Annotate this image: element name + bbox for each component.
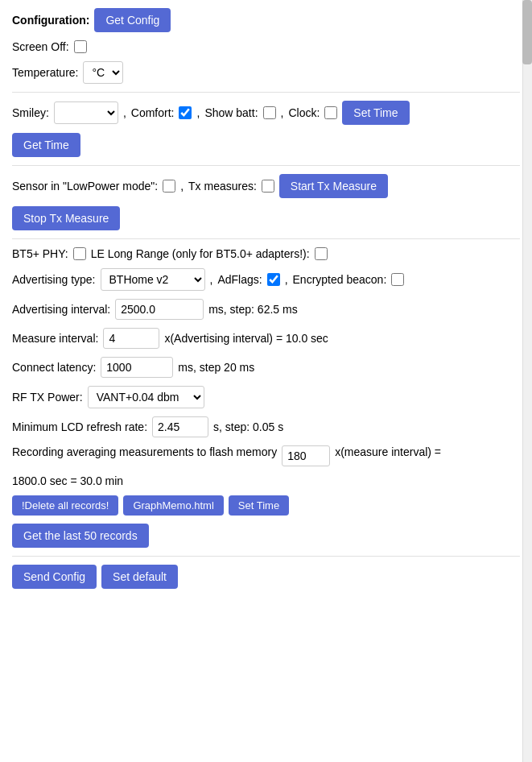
configuration-label: Configuration: xyxy=(12,14,89,27)
tx-measures-label: Tx measures: xyxy=(188,180,257,193)
send-config-button[interactable]: Send Config xyxy=(12,565,97,589)
advertising-type-label: Advertising type: xyxy=(12,273,96,286)
last50-row: Get the last 50 records xyxy=(12,524,520,548)
divider-4 xyxy=(12,556,520,557)
stop-tx-measure-button[interactable]: Stop Tx Measure xyxy=(12,206,120,230)
graph-memo-button[interactable]: GraphMemo.html xyxy=(123,495,223,516)
recording-label: Recording averaging measurements to flas… xyxy=(12,445,277,458)
recording-value-input[interactable] xyxy=(282,445,330,466)
low-power-label: Sensor in "LowPower mode": xyxy=(12,180,158,193)
measure-interval-input[interactable] xyxy=(103,328,159,349)
measure-interval-label: Measure interval: xyxy=(12,332,98,345)
clock-separator: , xyxy=(281,106,284,119)
show-batt-checkbox[interactable] xyxy=(263,106,276,119)
comfort-separator: , xyxy=(123,106,126,119)
rf-tx-power-select[interactable]: VANT+0.04 dbm VANT-3 dbm VANT-6 dbm VANT… xyxy=(88,386,204,408)
temperature-label: Temperature: xyxy=(12,66,78,79)
rf-tx-power-row: RF TX Power: VANT+0.04 dbm VANT-3 dbm VA… xyxy=(12,386,520,408)
advertising-interval-input[interactable]: 2500.0 xyxy=(115,299,204,320)
le-long-range-checkbox[interactable] xyxy=(315,247,328,260)
sensor-row: Sensor in "LowPower mode": , Tx measures… xyxy=(12,174,520,198)
lcd-refresh-input[interactable] xyxy=(152,416,208,437)
divider-2 xyxy=(12,165,520,166)
connect-latency-suffix: ms, step 20 ms xyxy=(178,361,254,374)
configuration-section: Configuration: Get Config xyxy=(12,8,520,32)
recording-result-row: 1800.0 sec = 30.0 min xyxy=(12,474,520,487)
get-config-button[interactable]: Get Config xyxy=(94,8,171,32)
adflags-separator: , xyxy=(210,273,213,286)
clock-checkbox[interactable] xyxy=(324,106,337,119)
scrollbar-thumb[interactable] xyxy=(522,0,532,64)
comfort-checkbox[interactable] xyxy=(179,106,192,119)
clock-label: Clock: xyxy=(288,106,320,119)
show-batt-label: Show batt: xyxy=(204,106,258,119)
measure-interval-row: Measure interval: x(Advertising interval… xyxy=(12,328,520,349)
last50-records-button[interactable]: Get the last 50 records xyxy=(12,524,149,548)
comfort-label: Comfort: xyxy=(131,106,175,119)
advertising-interval-label: Advertising interval: xyxy=(12,303,110,316)
screen-off-label: Screen Off: xyxy=(12,40,69,53)
tx-measures-checkbox[interactable] xyxy=(262,180,274,193)
get-time-button[interactable]: Get Time xyxy=(12,133,80,157)
scrollbar[interactable] xyxy=(522,0,532,762)
adflags-label: AdFlags: xyxy=(217,273,262,286)
show-batt-separator: , xyxy=(196,106,200,119)
smiley-label: Smiley: xyxy=(12,106,49,119)
screen-off-row: Screen Off: xyxy=(12,40,520,53)
set-time-button[interactable]: Set Time xyxy=(342,101,409,125)
recording-suffix: x(measure interval) = xyxy=(335,445,441,458)
set-default-button[interactable]: Set default xyxy=(101,565,178,589)
lcd-refresh-label: Minimum LCD refresh rate: xyxy=(12,420,147,433)
delete-records-button[interactable]: !Delete all records! xyxy=(12,495,118,516)
advertising-type-row: Advertising type: BTHome v2 BTHome v1 AT… xyxy=(12,268,520,291)
connect-latency-row: Connect latency: ms, step 20 ms xyxy=(12,357,520,378)
bt5-row: BT5+ PHY: LE Long Range (only for BT5.0+… xyxy=(12,247,520,260)
rf-tx-power-label: RF TX Power: xyxy=(12,391,83,404)
tx-separator: , xyxy=(180,180,184,193)
advertising-interval-row: Advertising interval: 2500.0 ms, step: 6… xyxy=(12,299,520,320)
divider-3 xyxy=(12,238,520,239)
encrypted-beacon-label: Encrypted beacon: xyxy=(293,273,387,286)
lcd-refresh-row: Minimum LCD refresh rate: s, step: 0.05 … xyxy=(12,416,520,437)
recording-result: 1800.0 sec = 30.0 min xyxy=(12,474,123,487)
le-long-range-label: LE Long Range (only for BT5.0+ adapters!… xyxy=(91,247,310,260)
temperature-select[interactable]: °C °F xyxy=(83,61,123,84)
recording-buttons-row: !Delete all records! GraphMemo.html Set … xyxy=(12,495,520,516)
low-power-checkbox[interactable] xyxy=(163,180,175,193)
advertising-type-select[interactable]: BTHome v2 BTHome v1 ATC Custom xyxy=(101,268,205,291)
start-tx-measure-button[interactable]: Start Tx Measure xyxy=(279,174,388,198)
bt5-phy-checkbox[interactable] xyxy=(73,247,86,260)
advertising-interval-unit: ms, step: 62.5 ms xyxy=(208,303,297,316)
lcd-refresh-suffix: s, step: 0.05 s xyxy=(213,420,283,433)
screen-off-checkbox[interactable] xyxy=(74,40,87,53)
stop-tx-row: Stop Tx Measure xyxy=(12,206,520,230)
adflags-checkbox[interactable] xyxy=(267,273,280,286)
smiley-select[interactable] xyxy=(54,101,118,124)
smiley-row: Smiley: , Comfort: , Show batt: , Clock:… xyxy=(12,101,520,125)
get-time-row: Get Time xyxy=(12,133,520,157)
connect-latency-input[interactable] xyxy=(101,357,173,378)
measure-interval-suffix: x(Advertising interval) = 10.0 sec xyxy=(164,332,328,345)
footer-row: Send Config Set default xyxy=(12,565,520,589)
connect-latency-label: Connect latency: xyxy=(12,361,96,374)
temperature-row: Temperature: °C °F xyxy=(12,61,520,84)
encrypted-beacon-checkbox[interactable] xyxy=(391,273,404,286)
encrypted-beacon-separator: , xyxy=(285,273,288,286)
divider-1 xyxy=(12,92,520,93)
bt5-phy-label: BT5+ PHY: xyxy=(12,247,68,260)
recording-set-time-button[interactable]: Set Time xyxy=(229,495,289,516)
recording-row: Recording averaging measurements to flas… xyxy=(12,445,520,466)
